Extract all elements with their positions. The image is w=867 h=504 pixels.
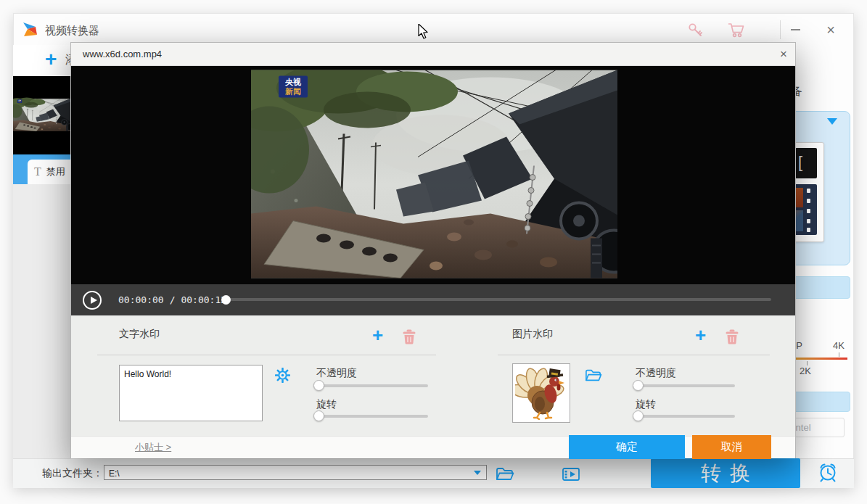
section-divider	[97, 355, 436, 355]
video-thumbnail-image	[13, 80, 70, 150]
delete-text-watermark-icon[interactable]	[403, 329, 416, 344]
tab-label: 禁用	[46, 165, 65, 178]
text-opacity-slider-thumb[interactable]	[313, 380, 324, 391]
dialog-title: www.x6d.com.mp4	[83, 49, 162, 59]
section-divider	[498, 355, 770, 355]
convert-button[interactable]: 转换	[651, 458, 800, 488]
image-opacity-slider-thumb[interactable]	[633, 380, 644, 391]
seek-thumb[interactable]	[221, 295, 231, 305]
text-rotate-label: 旋转	[316, 398, 337, 411]
image-rotate-slider-thumb[interactable]	[633, 410, 644, 421]
add-files-plus-icon[interactable]: +	[45, 51, 57, 68]
image-opacity-slider[interactable]	[637, 384, 735, 387]
current-time: 00:00:00	[118, 294, 164, 305]
app-title: 视频转换器	[45, 24, 99, 38]
dialog-footer	[71, 436, 795, 458]
text-opacity-label: 不透明度	[316, 367, 357, 380]
output-path-combobox[interactable]	[104, 465, 487, 480]
image-opacity-label: 不透明度	[636, 367, 676, 380]
mouse-cursor	[418, 24, 431, 40]
video-preview-frame	[251, 70, 617, 278]
video-preview-area	[71, 66, 795, 284]
image-rotate-label: 旋转	[636, 398, 656, 411]
resolution-label-mid: 2K	[800, 365, 811, 376]
ok-button[interactable]: 确定	[569, 435, 685, 459]
cancel-button[interactable]: 取消	[692, 435, 771, 459]
output-folder-label: 输出文件夹：	[42, 467, 103, 480]
minimize-button[interactable]	[786, 22, 805, 38]
text-rotate-slider[interactable]	[318, 415, 428, 418]
image-watermark-title: 图片水印	[512, 328, 553, 341]
play-button[interactable]	[83, 291, 102, 310]
locate-output-file-icon[interactable]	[562, 466, 580, 483]
play-icon	[91, 297, 97, 304]
duration: 00:00:12	[181, 294, 226, 305]
resolution-label-right: 4K	[833, 340, 845, 351]
time-display: 00:00:00 / 00:00:12	[118, 294, 226, 305]
watermark-dialog: www.x6d.com.mp4 × 00:00:00 / 00:00:12 文字…	[70, 42, 796, 458]
titlebar-divider	[780, 20, 781, 39]
turkey-image	[515, 366, 567, 420]
image-rotate-slider[interactable]	[637, 415, 735, 418]
left-panel-area	[13, 184, 70, 458]
video-thumbnail[interactable]	[13, 76, 70, 154]
time-separator: /	[170, 294, 176, 305]
image-watermark-preview[interactable]	[512, 363, 570, 423]
add-text-watermark-button[interactable]: +	[372, 327, 383, 343]
text-opacity-slider[interactable]	[318, 384, 428, 387]
player-bar: 00:00:00 / 00:00:12	[71, 284, 795, 315]
combobox-arrow-icon[interactable]	[474, 471, 481, 475]
delete-image-watermark-icon[interactable]	[726, 329, 739, 344]
tab-text-watermark-disabled[interactable]: T 禁用	[28, 160, 71, 184]
schedule-alarm-icon[interactable]	[817, 461, 839, 483]
open-output-folder-icon[interactable]	[496, 466, 514, 483]
text-watermark-title: 文字水印	[119, 328, 160, 341]
text-style-gear-icon[interactable]	[275, 368, 290, 383]
add-image-watermark-button[interactable]: +	[695, 327, 706, 343]
screen-bracket-glyph: [	[798, 154, 802, 170]
browse-image-folder-icon[interactable]	[584, 368, 603, 384]
tips-link[interactable]: 小贴士 >	[135, 441, 171, 454]
text-watermark-input[interactable]: Hello World!	[119, 365, 263, 421]
shop-cart-icon[interactable]	[728, 21, 747, 38]
app-logo-icon	[20, 21, 38, 38]
minimize-icon	[791, 29, 800, 30]
dialog-header: www.x6d.com.mp4 ×	[71, 43, 795, 66]
seek-bar[interactable]	[226, 298, 771, 301]
text-tool-icon: T	[34, 165, 41, 178]
format-dropdown-arrow-icon[interactable]	[827, 118, 837, 125]
output-path-input[interactable]	[107, 466, 459, 480]
dialog-close-button[interactable]: ×	[773, 46, 794, 63]
resolution-tick	[839, 352, 839, 357]
register-key-icon[interactable]	[687, 22, 703, 38]
window-close-button[interactable]: ×	[821, 20, 841, 39]
text-rotate-slider-thumb[interactable]	[313, 410, 324, 421]
